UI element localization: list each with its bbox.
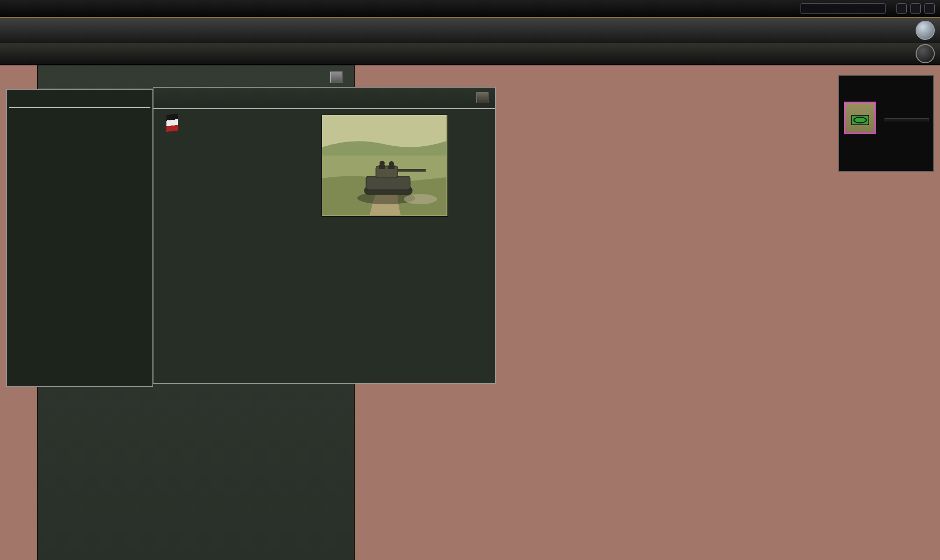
main-toolbar-row2: [0, 43, 940, 65]
next-phase-button[interactable]: [916, 44, 935, 63]
unit-heading-row: [166, 114, 184, 132]
unit-detail-window: [153, 87, 496, 384]
top-status-cluster: [801, 3, 940, 17]
minimap-compass-button[interactable]: [916, 21, 935, 40]
detail-close-button[interactable]: [476, 92, 489, 103]
game-date: [910, 3, 921, 14]
armor-symbol: [845, 108, 875, 131]
unit-photo: [321, 115, 448, 217]
unit-history-text: [162, 221, 479, 381]
top-search-input[interactable]: [801, 3, 886, 14]
detail-window-titlebar: [153, 88, 495, 109]
main-toolbar-row1: [0, 18, 940, 43]
oob-window-titlebar: [38, 65, 354, 89]
oob-close-button[interactable]: [330, 72, 343, 83]
top-menu-bar: [0, 0, 940, 18]
turn-indicator: [924, 3, 935, 14]
tree-separator: [9, 107, 150, 108]
action-points-indicator: [896, 3, 907, 14]
unit-status-badge: [885, 118, 929, 121]
unit-counter-large[interactable]: [844, 102, 876, 134]
oob-tree-panel: [6, 89, 153, 387]
german-flag-icon: [166, 113, 178, 133]
selected-unit-panel: [838, 75, 934, 172]
